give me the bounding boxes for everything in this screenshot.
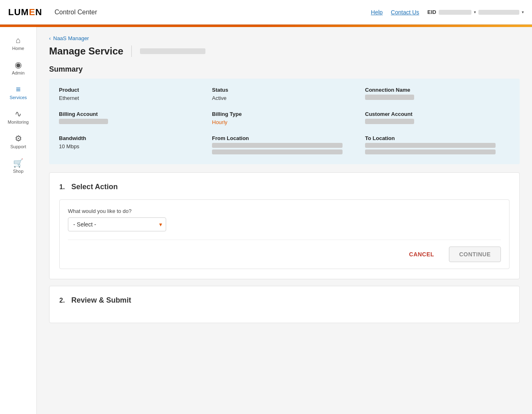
contact-link[interactable]: Contact Us bbox=[391, 9, 419, 16]
step1-title: Select Action bbox=[71, 183, 117, 191]
customer-account-label: Customer Account bbox=[365, 111, 510, 117]
help-link[interactable]: Help bbox=[371, 9, 383, 16]
summary-card: Product Ethernet Status Active Connectio… bbox=[49, 79, 520, 164]
to-location-label: To Location bbox=[365, 135, 510, 141]
status-value: Active bbox=[212, 95, 226, 101]
to-location-value-1 bbox=[365, 143, 496, 148]
select-action-card: 1. Select Action What would you like to … bbox=[49, 172, 520, 279]
customer-account-field: Customer Account bbox=[365, 111, 510, 125]
title-divider bbox=[131, 45, 132, 57]
status-label: Status bbox=[212, 87, 357, 93]
from-location-label: From Location bbox=[212, 135, 357, 141]
home-icon: ⌂ bbox=[16, 36, 20, 44]
page-subtitle bbox=[140, 48, 205, 54]
to-location-field: To Location bbox=[365, 135, 510, 156]
billing-type-value: Hourly bbox=[212, 119, 228, 125]
admin-icon: ◉ bbox=[15, 61, 22, 69]
buttons-row: CANCEL CONTINUE bbox=[68, 240, 501, 262]
select-action-inner: What would you like to do? - Select - ▾ … bbox=[59, 199, 509, 269]
header: LUMEN Control Center Help Contact Us EID… bbox=[0, 0, 532, 25]
logo: LUMEN bbox=[8, 7, 42, 18]
product-value: Ethernet bbox=[59, 95, 79, 101]
user-value bbox=[478, 10, 519, 15]
billing-account-label: Billing Account bbox=[59, 111, 204, 117]
from-location-value-2 bbox=[212, 149, 343, 154]
breadcrumb: ‹ NaaS Manager bbox=[49, 35, 520, 41]
monitoring-icon: ∿ bbox=[15, 110, 22, 118]
action-select[interactable]: - Select - bbox=[68, 217, 166, 231]
billing-account-value bbox=[59, 119, 108, 124]
summary-grid: Product Ethernet Status Active Connectio… bbox=[59, 87, 510, 156]
from-location-field: From Location bbox=[212, 135, 357, 156]
step1-header: 1. Select Action bbox=[59, 183, 509, 191]
product-label: Product bbox=[59, 87, 204, 93]
eid-value bbox=[439, 10, 471, 15]
services-icon: ≡ bbox=[16, 85, 21, 93]
bandwidth-field: Bandwidth 10 Mbps bbox=[59, 135, 204, 156]
step2-number: 2. bbox=[59, 297, 65, 304]
action-select-wrapper: - Select - ▾ bbox=[68, 217, 166, 231]
status-field: Status Active bbox=[212, 87, 357, 101]
summary-title: Summary bbox=[49, 65, 520, 74]
app-title: Control Center bbox=[54, 9, 97, 16]
sidebar-item-shop[interactable]: 🛒 Shop bbox=[0, 154, 36, 179]
billing-type-label: Billing Type bbox=[212, 111, 357, 117]
sidebar-item-admin[interactable]: ◉ Admin bbox=[0, 56, 36, 80]
shop-icon: 🛒 bbox=[13, 159, 23, 167]
from-location-value-1 bbox=[212, 143, 343, 148]
bandwidth-label: Bandwidth bbox=[59, 135, 204, 141]
product-field: Product Ethernet bbox=[59, 87, 204, 101]
cancel-button[interactable]: CANCEL bbox=[399, 247, 444, 262]
review-submit-card: 2. Review & Submit bbox=[49, 286, 520, 323]
sidebar-item-services[interactable]: ≡ Services bbox=[0, 80, 36, 105]
eid-chevron-icon: ▾ bbox=[474, 10, 476, 14]
sidebar-item-monitoring[interactable]: ∿ Monitoring bbox=[0, 105, 36, 129]
sidebar-item-home[interactable]: ⌂ Home bbox=[0, 31, 36, 56]
billing-account-field: Billing Account bbox=[59, 111, 204, 125]
billing-type-field: Billing Type Hourly bbox=[212, 111, 357, 125]
bandwidth-value: 10 Mbps bbox=[59, 143, 79, 149]
page-title-row: Manage Service bbox=[49, 45, 520, 57]
sidebar: ⌂ Home ◉ Admin ≡ Services ∿ Monitoring ⚙… bbox=[0, 27, 37, 414]
connection-name-field: Connection Name bbox=[365, 87, 510, 101]
main-content: ‹ NaaS Manager Manage Service Summary Pr… bbox=[37, 27, 532, 414]
customer-account-value bbox=[365, 119, 414, 124]
support-icon: ⚙ bbox=[15, 134, 22, 143]
connection-name-label: Connection Name bbox=[365, 87, 510, 93]
step2-title: Review & Submit bbox=[71, 296, 131, 305]
to-location-value-2 bbox=[365, 149, 496, 154]
step2-header: 2. Review & Submit bbox=[59, 296, 509, 305]
page-title: Manage Service bbox=[49, 45, 123, 57]
breadcrumb-chevron-icon: ‹ bbox=[49, 36, 51, 41]
user-chevron-icon: ▾ bbox=[522, 10, 524, 14]
continue-button[interactable]: CONTINUE bbox=[449, 247, 501, 262]
header-right: Help Contact Us EID ▾ ▾ bbox=[371, 9, 524, 16]
question-label: What would you like to do? bbox=[68, 208, 501, 214]
eid-label: EID bbox=[427, 9, 436, 15]
step1-number: 1. bbox=[59, 183, 65, 191]
breadcrumb-link[interactable]: NaaS Manager bbox=[53, 35, 89, 41]
sidebar-item-support[interactable]: ⚙ Support bbox=[0, 129, 36, 154]
eid-section[interactable]: EID ▾ ▾ bbox=[427, 9, 524, 15]
layout: ⌂ Home ◉ Admin ≡ Services ∿ Monitoring ⚙… bbox=[0, 27, 532, 414]
connection-name-value bbox=[365, 95, 414, 100]
